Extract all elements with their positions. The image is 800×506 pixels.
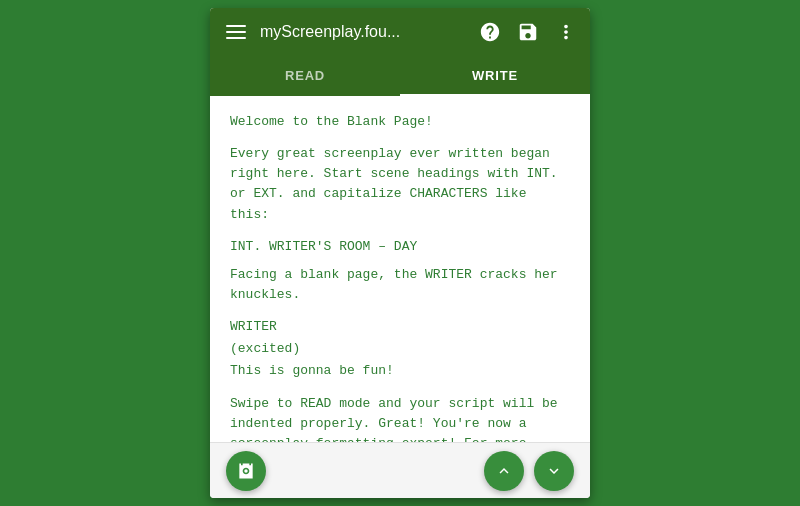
camera-button[interactable]	[226, 451, 266, 491]
top-bar-icons	[478, 20, 578, 44]
more-icon[interactable]	[554, 20, 578, 44]
welcome-para: Welcome to the Blank Page!	[230, 112, 570, 132]
intro-para: Every great screenplay ever written bega…	[230, 144, 570, 225]
scroll-down-button[interactable]	[534, 451, 574, 491]
nav-buttons	[484, 451, 574, 491]
parenthetical: (excited)	[230, 339, 570, 359]
save-icon[interactable]	[516, 20, 540, 44]
tip-para: Swipe to READ mode and your script will …	[230, 394, 570, 442]
scroll-up-button[interactable]	[484, 451, 524, 491]
character-name: WRITER	[230, 317, 570, 337]
bottom-bar	[210, 442, 590, 498]
menu-button[interactable]	[222, 21, 250, 43]
tab-write[interactable]: WRITE	[400, 56, 590, 96]
tab-read[interactable]: READ	[210, 56, 400, 96]
help-icon[interactable]	[478, 20, 502, 44]
action-line: Facing a blank page, the WRITER cracks h…	[230, 265, 570, 305]
top-bar: myScreenplay.fou...	[210, 8, 590, 56]
app-window: myScreenplay.fou...	[210, 8, 590, 498]
tab-bar: READ WRITE	[210, 56, 590, 96]
app-title: myScreenplay.fou...	[260, 23, 468, 41]
dialogue: This is gonna be fun!	[230, 361, 570, 381]
content-area[interactable]: Welcome to the Blank Page! Every great s…	[210, 96, 590, 442]
scene-heading: INT. WRITER'S ROOM – DAY	[230, 237, 570, 257]
